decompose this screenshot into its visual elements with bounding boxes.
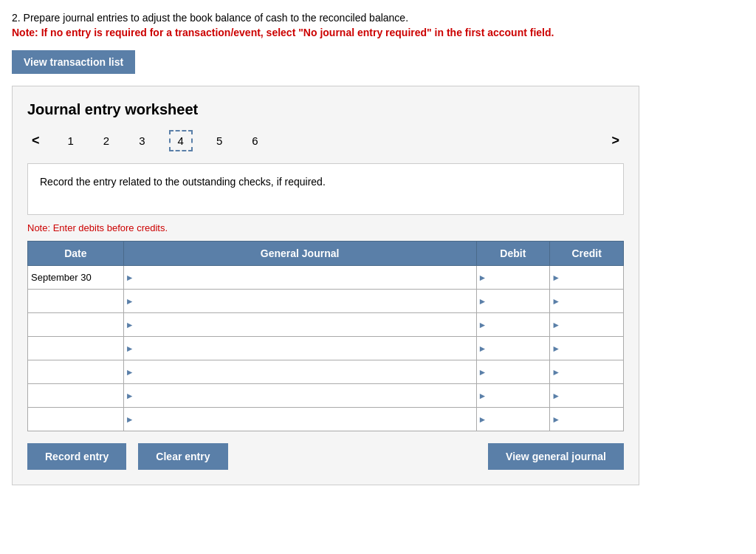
tab-5[interactable]: 5 bbox=[210, 131, 228, 150]
prev-arrow[interactable]: < bbox=[27, 131, 44, 150]
record-entry-button[interactable]: Record entry bbox=[27, 443, 126, 470]
debit-input-1[interactable] bbox=[480, 266, 547, 289]
credit-arrow-icon-2: ► bbox=[551, 296, 560, 307]
debit-cell-6[interactable]: ► bbox=[476, 384, 550, 408]
general-journal-cell-5[interactable]: ► bbox=[123, 360, 476, 384]
general-journal-header: General Journal bbox=[123, 242, 476, 266]
general-journal-input-6[interactable] bbox=[127, 384, 473, 407]
date-header: Date bbox=[28, 242, 124, 266]
credit-input-6[interactable] bbox=[553, 384, 620, 407]
next-arrow[interactable]: > bbox=[607, 131, 624, 150]
date-cell-6 bbox=[28, 384, 124, 408]
debit-arrow-icon-1: ► bbox=[478, 273, 487, 283]
instruction-note: Note: If no entry is required for a tran… bbox=[12, 27, 744, 38]
journal-entry-worksheet: Journal entry worksheet < 1 2 3 4 5 6 > … bbox=[12, 86, 639, 485]
entry-description: Record the entry related to the outstand… bbox=[27, 163, 624, 215]
debit-arrow-icon-5: ► bbox=[478, 367, 487, 377]
general-journal-input-4[interactable] bbox=[127, 337, 473, 360]
debit-input-2[interactable] bbox=[480, 290, 547, 312]
credit-input-3[interactable] bbox=[553, 313, 620, 336]
debit-arrow-icon-3: ► bbox=[478, 320, 487, 330]
debit-input-3[interactable] bbox=[480, 313, 547, 336]
credit-input-4[interactable] bbox=[553, 337, 620, 360]
row-arrow-icon-2: ► bbox=[126, 296, 134, 307]
row-arrow-icon-4: ► bbox=[126, 343, 134, 354]
tab-navigation: < 1 2 3 4 5 6 > bbox=[27, 130, 624, 151]
credit-input-2[interactable] bbox=[553, 290, 620, 312]
credit-arrow-icon-6: ► bbox=[551, 391, 560, 401]
credit-cell-7[interactable]: ► bbox=[550, 408, 624, 431]
tab-4[interactable]: 4 bbox=[169, 130, 193, 151]
debit-cell-4[interactable]: ► bbox=[476, 337, 550, 360]
date-cell-3 bbox=[28, 313, 124, 337]
debit-cell-7[interactable]: ► bbox=[476, 408, 550, 431]
row-arrow-icon-7: ► bbox=[126, 414, 134, 425]
general-journal-input-7[interactable] bbox=[127, 408, 473, 431]
date-cell-1: September 30 bbox=[28, 266, 124, 290]
general-journal-cell-1[interactable]: ► bbox=[123, 266, 476, 290]
credit-arrow-icon-5: ► bbox=[551, 367, 560, 377]
instruction-number-text: 2. Prepare journal entries to adjust the… bbox=[12, 12, 744, 24]
general-journal-cell-4[interactable]: ► bbox=[123, 337, 476, 360]
debit-cell-1[interactable]: ► bbox=[476, 266, 550, 290]
row-arrow-icon-5: ► bbox=[126, 367, 134, 377]
table-row: ► ► ► bbox=[28, 384, 624, 408]
debit-credit-note: Note: Enter debits before credits. bbox=[27, 222, 624, 233]
debit-cell-3[interactable]: ► bbox=[476, 313, 550, 337]
general-journal-cell-6[interactable]: ► bbox=[123, 384, 476, 408]
credit-arrow-icon-3: ► bbox=[551, 320, 560, 330]
tab-2[interactable]: 2 bbox=[97, 131, 115, 150]
general-journal-cell-7[interactable]: ► bbox=[123, 408, 476, 431]
table-row: September 30 ► ► ► bbox=[28, 266, 624, 290]
credit-cell-1[interactable]: ► bbox=[550, 266, 624, 290]
general-journal-input-3[interactable] bbox=[127, 313, 473, 336]
clear-entry-button[interactable]: Clear entry bbox=[138, 443, 227, 470]
general-journal-input-2[interactable] bbox=[127, 290, 473, 312]
general-journal-cell-3[interactable]: ► bbox=[123, 313, 476, 337]
date-cell-7 bbox=[28, 408, 124, 431]
debit-header: Debit bbox=[476, 242, 550, 266]
action-buttons: Record entry Clear entry View general jo… bbox=[27, 443, 624, 470]
general-journal-input-1[interactable] bbox=[127, 266, 473, 289]
general-journal-input-5[interactable] bbox=[127, 360, 473, 383]
credit-cell-5[interactable]: ► bbox=[550, 360, 624, 384]
debit-input-6[interactable] bbox=[480, 384, 547, 407]
credit-arrow-icon-4: ► bbox=[551, 343, 560, 354]
date-cell-5 bbox=[28, 360, 124, 384]
tab-1[interactable]: 1 bbox=[62, 131, 80, 150]
table-row: ► ► ► bbox=[28, 337, 624, 360]
table-row: ► ► ► bbox=[28, 290, 624, 313]
credit-input-5[interactable] bbox=[553, 360, 620, 383]
credit-arrow-icon-1: ► bbox=[551, 273, 560, 283]
date-cell-2 bbox=[28, 290, 124, 313]
debit-cell-5[interactable]: ► bbox=[476, 360, 550, 384]
worksheet-title: Journal entry worksheet bbox=[27, 101, 624, 118]
debit-input-7[interactable] bbox=[480, 408, 547, 431]
credit-arrow-icon-7: ► bbox=[551, 414, 560, 425]
view-transaction-button[interactable]: View transaction list bbox=[12, 50, 135, 74]
credit-cell-4[interactable]: ► bbox=[550, 337, 624, 360]
debit-input-5[interactable] bbox=[480, 360, 547, 383]
tab-3[interactable]: 3 bbox=[133, 131, 151, 150]
credit-input-7[interactable] bbox=[553, 408, 620, 431]
instruction-main-text: Prepare journal entries to adjust the bo… bbox=[24, 12, 408, 24]
debit-input-4[interactable] bbox=[480, 337, 547, 360]
table-row: ► ► ► bbox=[28, 408, 624, 431]
tab-6[interactable]: 6 bbox=[246, 131, 264, 150]
debit-arrow-icon-7: ► bbox=[478, 414, 487, 425]
credit-header: Credit bbox=[550, 242, 624, 266]
row-arrow-icon: ► bbox=[126, 273, 134, 283]
credit-input-1[interactable] bbox=[553, 266, 620, 289]
credit-cell-6[interactable]: ► bbox=[550, 384, 624, 408]
debit-cell-2[interactable]: ► bbox=[476, 290, 550, 313]
row-arrow-icon-6: ► bbox=[126, 391, 134, 401]
date-cell-4 bbox=[28, 337, 124, 360]
credit-cell-2[interactable]: ► bbox=[550, 290, 624, 313]
general-journal-cell-2[interactable]: ► bbox=[123, 290, 476, 313]
view-general-journal-button[interactable]: View general journal bbox=[488, 443, 624, 470]
table-row: ► ► ► bbox=[28, 313, 624, 337]
credit-cell-3[interactable]: ► bbox=[550, 313, 624, 337]
debit-arrow-icon-2: ► bbox=[478, 296, 487, 307]
row-arrow-icon-3: ► bbox=[126, 320, 134, 330]
table-row: ► ► ► bbox=[28, 360, 624, 384]
